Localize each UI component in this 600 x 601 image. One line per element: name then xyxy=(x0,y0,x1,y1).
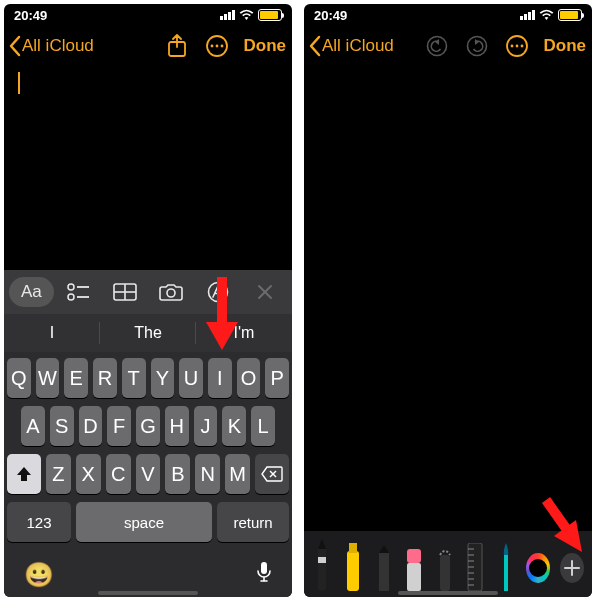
home-indicator[interactable] xyxy=(98,591,198,595)
home-indicator[interactable] xyxy=(398,591,498,595)
nav-bar: All iCloud Done xyxy=(304,26,592,66)
svg-point-28 xyxy=(520,45,523,48)
key-p[interactable]: P xyxy=(265,358,289,398)
key-space[interactable]: space xyxy=(76,502,212,542)
done-button[interactable]: Done xyxy=(244,36,287,56)
key-row-1: Q W E R T Y U I O P xyxy=(7,358,289,398)
key-c[interactable]: C xyxy=(106,454,131,494)
suggestion[interactable]: I xyxy=(4,314,100,352)
key-x[interactable]: X xyxy=(76,454,101,494)
suggestion[interactable]: I'm xyxy=(196,314,292,352)
svg-line-48 xyxy=(546,500,570,534)
pen-tool[interactable] xyxy=(312,539,333,591)
add-tool-button[interactable] xyxy=(560,553,584,583)
key-b[interactable]: B xyxy=(165,454,190,494)
back-label: All iCloud xyxy=(22,36,94,56)
svg-rect-31 xyxy=(349,543,357,553)
key-o[interactable]: O xyxy=(237,358,261,398)
key-s[interactable]: S xyxy=(50,406,74,446)
svg-rect-36 xyxy=(440,555,450,591)
text-format-button[interactable]: Aa xyxy=(8,277,55,307)
phone-screen-keyboard: 20:49 All iCloud Done Aa xyxy=(4,4,292,597)
svg-rect-34 xyxy=(407,549,421,563)
suggestion[interactable]: The xyxy=(100,314,196,352)
status-indicators xyxy=(520,9,582,21)
color-picker-button[interactable] xyxy=(526,553,550,583)
status-bar: 20:49 xyxy=(4,4,292,26)
phone-screen-drawing: 20:49 All iCloud Done xyxy=(304,4,592,597)
key-shift[interactable] xyxy=(7,454,41,494)
close-toolbar-button[interactable] xyxy=(241,283,288,301)
drawing-tool-palette xyxy=(304,531,592,597)
key-row-3: Z X C V B N M xyxy=(7,454,289,494)
wifi-icon xyxy=(239,9,254,21)
key-d[interactable]: D xyxy=(79,406,103,446)
key-z[interactable]: Z xyxy=(46,454,71,494)
svg-point-5 xyxy=(68,284,74,290)
typing-suggestions: I The I'm xyxy=(4,314,292,352)
key-return[interactable]: return xyxy=(217,502,289,542)
key-u[interactable]: U xyxy=(179,358,203,398)
key-m[interactable]: M xyxy=(225,454,250,494)
key-g[interactable]: G xyxy=(136,406,160,446)
key-i[interactable]: I xyxy=(208,358,232,398)
svg-point-21 xyxy=(427,37,446,56)
key-backspace[interactable] xyxy=(255,454,289,494)
svg-rect-30 xyxy=(347,551,359,591)
svg-rect-18 xyxy=(261,562,267,574)
key-h[interactable]: H xyxy=(165,406,189,446)
marker-tool[interactable] xyxy=(343,543,364,591)
svg-point-2 xyxy=(210,45,213,48)
share-button[interactable] xyxy=(164,33,190,59)
cellular-icon xyxy=(520,10,535,20)
key-q[interactable]: Q xyxy=(7,358,31,398)
key-f[interactable]: F xyxy=(107,406,131,446)
undo-button[interactable] xyxy=(424,33,450,59)
dictation-button[interactable] xyxy=(256,561,272,589)
markup-button[interactable] xyxy=(195,281,242,303)
key-n[interactable]: N xyxy=(195,454,220,494)
svg-point-7 xyxy=(68,294,74,300)
eraser-tool[interactable] xyxy=(404,549,425,591)
nav-bar: All iCloud Done xyxy=(4,26,292,66)
svg-marker-33 xyxy=(379,545,389,553)
svg-marker-22 xyxy=(435,39,439,45)
svg-rect-35 xyxy=(407,563,421,591)
emoji-button[interactable]: 😀 xyxy=(24,561,54,589)
ruler-tool[interactable] xyxy=(465,543,486,591)
key-y[interactable]: Y xyxy=(151,358,175,398)
back-button[interactable]: All iCloud xyxy=(8,35,94,57)
notes-format-toolbar: Aa xyxy=(4,270,292,314)
key-r[interactable]: R xyxy=(93,358,117,398)
key-w[interactable]: W xyxy=(36,358,60,398)
done-button[interactable]: Done xyxy=(544,36,587,56)
svg-marker-24 xyxy=(475,39,479,45)
key-e[interactable]: E xyxy=(64,358,88,398)
battery-icon xyxy=(558,9,582,21)
key-k[interactable]: K xyxy=(222,406,246,446)
table-button[interactable] xyxy=(101,283,148,301)
status-time: 20:49 xyxy=(314,8,347,23)
svg-point-23 xyxy=(467,37,486,56)
key-l[interactable]: L xyxy=(251,406,275,446)
cellular-icon xyxy=(220,10,235,20)
key-j[interactable]: J xyxy=(194,406,218,446)
brush-tool[interactable] xyxy=(496,543,517,591)
svg-point-26 xyxy=(510,45,513,48)
svg-rect-29 xyxy=(318,557,326,563)
back-button[interactable]: All iCloud xyxy=(308,35,394,57)
pencil-tool[interactable] xyxy=(373,545,394,591)
lasso-tool[interactable] xyxy=(435,549,456,591)
checklist-button[interactable] xyxy=(55,283,102,301)
key-numbers[interactable]: 123 xyxy=(7,502,71,542)
redo-button[interactable] xyxy=(464,33,490,59)
key-t[interactable]: T xyxy=(122,358,146,398)
more-button[interactable] xyxy=(504,33,530,59)
more-button[interactable] xyxy=(204,33,230,59)
key-a[interactable]: A xyxy=(21,406,45,446)
back-label: All iCloud xyxy=(322,36,394,56)
key-row-4: 123 space return xyxy=(7,502,289,542)
status-time: 20:49 xyxy=(14,8,47,23)
key-v[interactable]: V xyxy=(136,454,161,494)
camera-button[interactable] xyxy=(148,283,195,301)
